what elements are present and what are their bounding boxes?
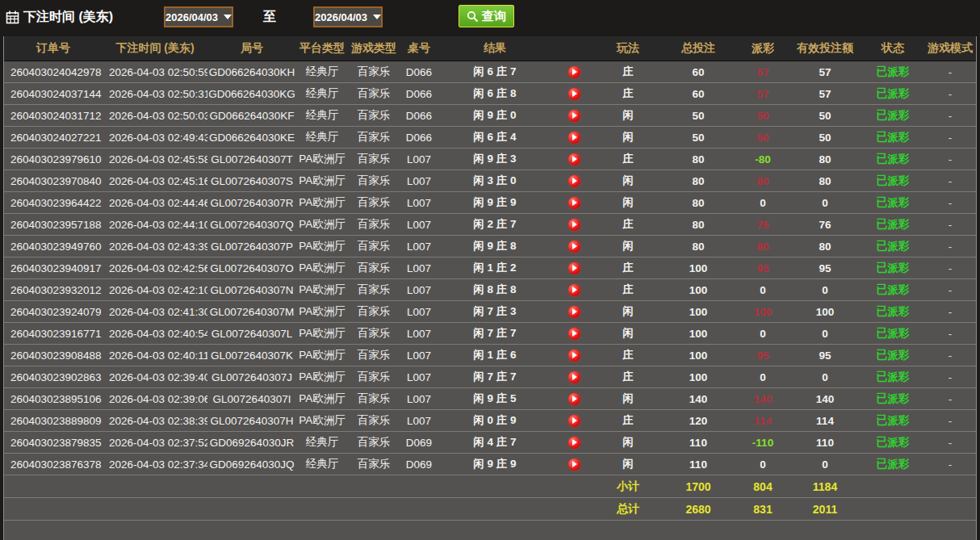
replay-video-icon[interactable] [568, 262, 580, 274]
bet-time-cell: 2026-04-03 02:42:56 [103, 257, 207, 279]
replay-video-icon[interactable] [568, 415, 580, 427]
play-type-cell: 闲 [597, 323, 660, 345]
table-no-cell: L007 [400, 388, 438, 410]
game-type-cell: 百家乐 [348, 345, 400, 366]
play-type-cell: 庄 [597, 83, 660, 105]
bet-time-cell: 2026-04-03 02:37:52 [103, 432, 207, 454]
replay-video-icon[interactable] [568, 132, 580, 144]
game-mode-cell: - [924, 323, 976, 345]
table-no-cell: L007 [400, 279, 438, 301]
game-mode-cell: - [924, 388, 976, 410]
table-row: 260403023957188 2026-04-03 02:44:10 GL00… [4, 214, 976, 236]
game-mode-cell: - [924, 83, 976, 105]
result-cell: 闲 0 庄 9 [438, 410, 551, 432]
status-cell: 已派彩 [861, 214, 924, 236]
result-cell: 闲 9 庄 0 [438, 105, 551, 127]
bet-time-cell: 2026-04-03 02:40:11 [103, 345, 207, 366]
order-id-cell: 260403024037144 [4, 83, 103, 105]
table-no-cell: L007 [400, 345, 438, 366]
col-valid-bet: 有效投注额 [789, 36, 861, 61]
date-to-value: 2026/04/03 [315, 11, 367, 23]
game-mode-cell: - [924, 301, 976, 323]
valid-bet-cell: 50 [789, 105, 861, 127]
replay-video-icon[interactable] [568, 458, 580, 471]
bet-time-cell: 2026-04-03 02:45:58 [103, 149, 207, 170]
table-no-cell: D066 [400, 61, 438, 83]
query-button[interactable]: 查询 [459, 5, 514, 27]
replay-video-icon[interactable] [568, 66, 580, 78]
replay-video-icon[interactable] [568, 241, 580, 253]
replay-video-icon[interactable] [568, 175, 580, 187]
game-mode-cell: - [924, 170, 976, 192]
payout-cell: 0 [737, 192, 789, 214]
replay-cell [551, 257, 597, 279]
status-cell: 已派彩 [861, 61, 924, 83]
order-id-cell: 260403023970840 [4, 170, 103, 192]
table-row: 260403024037144 2026-04-03 02:50:31 GD06… [4, 83, 976, 105]
order-id-cell: 260403023924079 [4, 301, 103, 323]
round-id-cell: GD069264030JQ [207, 454, 296, 475]
date-to-select[interactable]: 2026/04/03 [313, 6, 383, 27]
table-row: 260403024027221 2026-04-03 02:49:43 GD06… [4, 127, 976, 149]
result-cell: 闲 3 庄 0 [438, 170, 551, 192]
bet-time-cell: 2026-04-03 02:43:39 [103, 236, 207, 257]
order-id-cell: 260403024027221 [4, 127, 103, 149]
date-from-select[interactable]: 2026/04/03 [164, 6, 233, 27]
order-id-cell: 260403023949760 [4, 236, 103, 257]
replay-video-icon[interactable] [568, 197, 580, 209]
replay-video-icon[interactable] [568, 306, 580, 318]
platform-cell: PA欧洲厅 [296, 388, 348, 410]
replay-video-icon[interactable] [568, 219, 580, 231]
col-game-mode: 游戏模式 [924, 36, 976, 61]
round-id-cell: GL0072640307L [207, 323, 296, 345]
round-id-cell: GL0072640307N [207, 279, 296, 301]
total-bet-cell: 60 [660, 83, 737, 105]
replay-video-icon[interactable] [568, 393, 580, 405]
payout-cell: 0 [737, 366, 789, 388]
table-row: 260403023895106 2026-04-03 02:39:06 GL00… [4, 388, 976, 410]
table-no-cell: D069 [400, 432, 438, 454]
replay-cell [551, 83, 597, 105]
game-mode-cell: - [924, 432, 976, 454]
result-cell: 闲 7 庄 7 [438, 366, 551, 388]
table-row: 260403023932012 2026-04-03 02:42:10 GL00… [4, 279, 976, 301]
play-type-cell: 闲 [597, 170, 660, 192]
game-type-cell: 百家乐 [348, 214, 400, 236]
round-id-cell: GD066264030KH [207, 61, 296, 83]
replay-cell [551, 345, 597, 366]
platform-cell: 经典厅 [296, 432, 348, 454]
platform-cell: PA欧洲厅 [296, 170, 348, 192]
round-id-cell: GL0072640307Q [207, 214, 296, 236]
game-type-cell: 百家乐 [348, 432, 400, 454]
valid-bet-cell: 80 [789, 236, 861, 257]
replay-cell [551, 366, 597, 388]
game-mode-cell: - [924, 366, 976, 388]
status-cell: 已派彩 [861, 410, 924, 432]
total-bet-cell: 100 [660, 279, 737, 301]
play-type-cell: 庄 [597, 410, 660, 432]
replay-video-icon[interactable] [568, 328, 580, 340]
replay-video-icon[interactable] [568, 110, 580, 122]
replay-video-icon[interactable] [568, 284, 580, 296]
table-row: 260403023889809 2026-04-03 02:38:39 GL00… [4, 410, 976, 432]
valid-bet-cell: 76 [789, 214, 861, 236]
play-type-cell: 庄 [597, 61, 660, 83]
replay-video-icon[interactable] [568, 88, 580, 100]
total-bet-cell: 100 [660, 257, 737, 279]
round-id-cell: GL0072640307J [207, 366, 296, 388]
replay-video-icon[interactable] [568, 350, 580, 362]
replay-cell [551, 214, 597, 236]
platform-cell: 经典厅 [296, 454, 348, 475]
status-cell: 已派彩 [861, 105, 924, 127]
table-no-cell: L007 [400, 366, 438, 388]
replay-video-icon[interactable] [568, 153, 580, 165]
bet-time-cell: 2026-04-03 02:39:40 [103, 366, 207, 388]
valid-bet-cell: 57 [789, 61, 861, 83]
result-cell: 闲 9 庄 9 [438, 192, 551, 214]
replay-video-icon[interactable] [568, 437, 580, 449]
replay-cell [551, 105, 597, 127]
valid-bet-cell: 95 [789, 257, 861, 279]
replay-video-icon[interactable] [568, 371, 580, 383]
status-cell: 已派彩 [861, 257, 924, 279]
replay-cell [551, 236, 597, 257]
